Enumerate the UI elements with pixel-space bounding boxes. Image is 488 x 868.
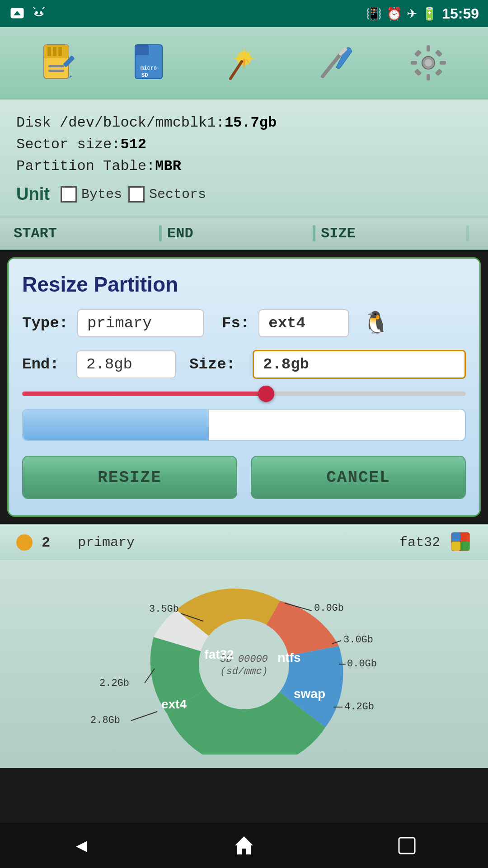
battery-icon: 🔋 bbox=[422, 6, 437, 21]
svg-rect-33 bbox=[411, 61, 417, 65]
disk-info-line3: Partition Table:MBR bbox=[16, 156, 472, 177]
tools-button[interactable] bbox=[311, 38, 361, 88]
micro-sd-button[interactable]: micro SD bbox=[127, 38, 177, 88]
partition-type: primary bbox=[78, 535, 390, 550]
type-fs-row: Type: primary Fs: ext4 🐧 bbox=[22, 309, 466, 337]
svg-rect-12 bbox=[48, 70, 64, 72]
partition-visual bbox=[22, 409, 466, 441]
col-end: END bbox=[167, 225, 313, 242]
airplane-icon: ✈ bbox=[407, 6, 417, 21]
nav-bar: ◀ bbox=[0, 823, 488, 868]
svg-marker-64 bbox=[235, 836, 253, 854]
svg-rect-41 bbox=[460, 542, 469, 551]
partition-chart: SD 00000 (sd/mmc) fat32 ntfs swap ext4 3… bbox=[86, 574, 402, 755]
table-header: START END SIZE bbox=[0, 217, 488, 250]
svg-marker-16 bbox=[135, 45, 149, 55]
clock-icon: ⏰ bbox=[386, 6, 402, 21]
col-size-label: SIZE bbox=[321, 225, 356, 242]
status-bar: 📳 ⏰ ✈ 🔋 15:59 bbox=[0, 0, 488, 27]
svg-text:3.0Gb: 3.0Gb bbox=[343, 634, 373, 646]
svg-rect-36 bbox=[435, 50, 443, 57]
linux-icon: 🐧 bbox=[362, 310, 389, 337]
svg-text:ext4: ext4 bbox=[161, 697, 187, 711]
svg-text:ntfs: ntfs bbox=[277, 651, 300, 665]
svg-rect-35 bbox=[414, 50, 422, 57]
svg-text:swap: swap bbox=[294, 687, 325, 701]
end-size-row: End: 2.8gb Size: 2.8gb bbox=[22, 350, 466, 379]
vibrate-icon: 📳 bbox=[366, 6, 382, 21]
toolbar: micro SD bbox=[0, 27, 488, 99]
screenshot-icon bbox=[9, 5, 25, 22]
bytes-label: Bytes bbox=[81, 187, 122, 202]
home-button[interactable] bbox=[226, 827, 262, 863]
size-label: Size: bbox=[189, 356, 244, 373]
bytes-checkbox-box[interactable] bbox=[61, 186, 77, 203]
svg-marker-14 bbox=[69, 75, 72, 78]
svg-text:(sd/mmc): (sd/mmc) bbox=[220, 666, 268, 677]
unit-label: Unit bbox=[16, 184, 50, 204]
type-label: Type: bbox=[22, 315, 68, 332]
slider-fill bbox=[22, 392, 266, 396]
slider-track bbox=[22, 392, 466, 396]
fs-input[interactable]: ext4 bbox=[258, 309, 349, 337]
svg-rect-37 bbox=[414, 69, 422, 76]
partition-row-2[interactable]: 2 primary fat32 bbox=[0, 524, 488, 560]
chart-area: SD 00000 (sd/mmc) fat32 ntfs swap ext4 3… bbox=[0, 560, 488, 768]
bytes-checkbox[interactable]: Bytes bbox=[61, 186, 122, 203]
svg-text:0.0Gb: 0.0Gb bbox=[314, 603, 344, 614]
svg-text:4.2Gb: 4.2Gb bbox=[344, 701, 374, 712]
type-input[interactable]: primary bbox=[77, 309, 204, 337]
svg-rect-42 bbox=[451, 542, 460, 551]
col-sep-1 bbox=[159, 225, 162, 241]
sectors-checkbox-box[interactable] bbox=[128, 186, 145, 203]
disk-info-panel: Disk /dev/block/mmcblk1:15.7gb Sector si… bbox=[0, 99, 488, 217]
unit-row: Unit Bytes Sectors bbox=[16, 184, 472, 204]
svg-rect-9 bbox=[53, 47, 56, 56]
svg-text:2.2Gb: 2.2Gb bbox=[99, 678, 129, 689]
action-buttons: RESIZE CANCEL bbox=[22, 456, 466, 499]
size-input[interactable]: 2.8gb bbox=[253, 350, 466, 379]
size-slider[interactable] bbox=[22, 392, 466, 396]
resize-title: Resize Partition bbox=[22, 272, 466, 297]
col-sep-2 bbox=[313, 225, 315, 241]
svg-text:fat32: fat32 bbox=[204, 647, 234, 661]
svg-text:2.8Gb: 2.8Gb bbox=[90, 715, 120, 726]
svg-line-5 bbox=[42, 7, 44, 9]
partition-fs: fat32 bbox=[399, 535, 440, 550]
settings-button[interactable] bbox=[404, 38, 453, 88]
checkbox-group: Bytes Sectors bbox=[61, 186, 206, 203]
sectors-label: Sectors bbox=[149, 187, 206, 202]
svg-line-26 bbox=[230, 61, 242, 79]
svg-rect-10 bbox=[58, 47, 62, 56]
svg-point-3 bbox=[40, 11, 42, 14]
fat32-icon bbox=[449, 530, 472, 555]
col-start-label: START bbox=[14, 225, 57, 242]
status-bar-left bbox=[9, 5, 47, 22]
end-input[interactable]: 2.8gb bbox=[76, 350, 176, 378]
back-button[interactable]: ◀ bbox=[63, 827, 99, 863]
android-icon bbox=[31, 5, 47, 22]
back-icon: ◀ bbox=[76, 835, 87, 857]
time-display: 15:59 bbox=[442, 5, 479, 22]
svg-rect-31 bbox=[427, 45, 430, 52]
slider-thumb[interactable] bbox=[258, 386, 274, 402]
cancel-button[interactable]: CANCEL bbox=[251, 456, 466, 499]
svg-text:micro: micro bbox=[141, 65, 157, 71]
status-bar-right: 📳 ⏰ ✈ 🔋 15:59 bbox=[366, 5, 479, 22]
col-size: SIZE bbox=[321, 225, 466, 242]
sectors-checkbox[interactable]: Sectors bbox=[128, 186, 206, 203]
svg-text:3.5Gb: 3.5Gb bbox=[149, 604, 179, 615]
sd-card-edit-button[interactable] bbox=[35, 38, 84, 88]
svg-line-4 bbox=[33, 7, 35, 9]
svg-rect-38 bbox=[435, 69, 443, 76]
partition-number: 2 bbox=[42, 534, 69, 551]
svg-point-30 bbox=[425, 59, 432, 66]
svg-rect-11 bbox=[48, 65, 64, 67]
resize-partition-panel: Resize Partition Type: primary Fs: ext4 … bbox=[7, 257, 481, 517]
svg-line-62 bbox=[131, 712, 157, 721]
recents-button[interactable] bbox=[389, 827, 425, 863]
svg-rect-34 bbox=[440, 61, 446, 65]
magic-wand-button[interactable] bbox=[219, 38, 269, 88]
col-start: START bbox=[14, 225, 159, 242]
resize-button[interactable]: RESIZE bbox=[22, 456, 237, 499]
